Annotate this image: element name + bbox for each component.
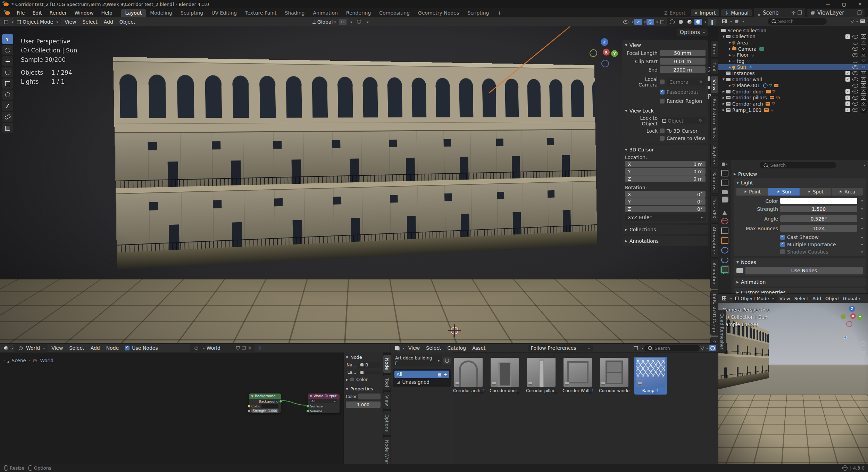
outliner-row[interactable]: ▼Collection✓	[718, 34, 868, 40]
outliner-filter-mode-button[interactable]	[733, 18, 740, 24]
hide-eye-toggle[interactable]	[852, 96, 858, 100]
shader-type-dropdown[interactable]: World▾	[14, 344, 48, 352]
asset-card[interactable]: Corridor window ...	[598, 357, 631, 395]
outliner-row[interactable]: ▶▽Plane.001▽	[718, 82, 868, 89]
sidebar-tab[interactable]: Atmosphere	[710, 223, 718, 258]
sun-lamp-gizmo[interactable]	[838, 331, 851, 343]
menu-item[interactable]: Node	[103, 345, 122, 351]
output-target-dropdown[interactable]: All▾	[310, 399, 337, 403]
sidebar-tab[interactable]: Item	[710, 40, 718, 58]
menu-item[interactable]: Add	[87, 345, 103, 351]
light-type-button[interactable]: ☀Point	[736, 188, 768, 196]
gizmo-x-neg-axis[interactable]	[846, 321, 852, 327]
asset-card[interactable]: Corridor Wall_1	[561, 357, 594, 395]
menu-item[interactable]: Select	[423, 345, 444, 351]
cursor-location-field[interactable]: Y0 m	[625, 168, 706, 175]
tab-view-layer[interactable]	[722, 197, 728, 202]
add-cube-tool[interactable]	[2, 123, 13, 133]
render-visibility-toggle[interactable]	[861, 90, 866, 94]
snap-toggle[interactable]: ∪	[339, 19, 347, 25]
render-region-checkbox[interactable]	[660, 99, 665, 103]
view-lock-header[interactable]: ▼View Lock	[625, 108, 706, 114]
use-nodes-checkbox[interactable]	[125, 346, 130, 350]
manual-button[interactable]: ↓Manual	[721, 9, 752, 16]
node-color-field[interactable]	[261, 404, 278, 408]
transform-orientation-dropdown[interactable]: Global▾	[843, 296, 860, 301]
viewlayer-selector[interactable]: ViewLayer❐	[807, 9, 865, 17]
rotation-order-dropdown[interactable]: XYZ Euler▾	[625, 214, 706, 221]
gizmo-z-neg-axis[interactable]	[601, 60, 609, 67]
new-collection-button[interactable]	[859, 18, 866, 24]
tab-object[interactable]	[721, 237, 728, 244]
hide-eye-toggle[interactable]	[852, 53, 858, 57]
sidebar-tab[interactable]: Options	[383, 411, 391, 435]
editor-type-button[interactable]	[393, 345, 401, 351]
strength-socket[interactable]	[248, 409, 251, 413]
add-icon[interactable]: +	[443, 372, 447, 377]
node-properties-header[interactable]: ▼Properties	[346, 386, 381, 391]
menu-item[interactable]: Object	[116, 19, 139, 25]
cursor-tool[interactable]	[2, 45, 13, 55]
sidebar-tab[interactable]: Node	[383, 355, 391, 373]
light-color-field[interactable]	[780, 198, 857, 204]
outliner-row[interactable]: ▶▽fog▽	[718, 58, 868, 64]
hide-eye-toggle[interactable]	[852, 77, 858, 81]
sidebar-tab[interactable]: Quad Remesher	[718, 310, 726, 353]
world-output-node[interactable]: ▼World Output All▾ Surface Volume	[308, 394, 340, 413]
overlays-toggle[interactable]	[646, 19, 654, 25]
gizmo-y-neg-axis[interactable]	[841, 314, 846, 319]
mode-dropdown[interactable]: Object Mode▾	[733, 295, 777, 302]
tab-physics[interactable]	[721, 257, 728, 263]
menu-item[interactable]: Window	[70, 10, 97, 16]
light-type-button[interactable]: ☀Sun	[768, 188, 799, 196]
outliner-row[interactable]: ▶▽Floor▽	[718, 52, 868, 58]
workspace-tab[interactable]: Layout	[121, 9, 146, 17]
render-visibility-toggle[interactable]	[861, 41, 866, 45]
outliner-search-input[interactable]: Search	[768, 18, 827, 25]
workspace-tab[interactable]: Compositing	[375, 9, 414, 17]
sidebar-tab[interactable]: View	[710, 76, 718, 94]
hide-eye-toggle[interactable]	[852, 41, 858, 45]
outliner-display-mode-button[interactable]	[720, 18, 728, 24]
pan-icon[interactable]	[861, 351, 865, 355]
cursor-location-field[interactable]: X0 m	[625, 161, 706, 167]
gizmo-z-axis[interactable]: Z	[601, 38, 608, 46]
hide-eye-toggle[interactable]	[852, 84, 858, 88]
gizmos-toggle[interactable]: ↗	[634, 19, 642, 25]
render-visibility-toggle[interactable]	[861, 96, 866, 100]
import-button[interactable]: »Import	[691, 9, 719, 16]
outliner-row[interactable]: Scene Collection	[718, 27, 868, 34]
node-label-field[interactable]	[358, 371, 381, 374]
output-socket[interactable]	[279, 400, 282, 403]
hide-eye-toggle[interactable]	[852, 35, 858, 39]
sidebar-tab[interactable]: Brushstroke Tools	[710, 95, 718, 142]
hide-eye-toggle[interactable]	[852, 71, 858, 75]
workspace-tab[interactable]: Animation	[309, 9, 342, 17]
tab-world[interactable]	[721, 218, 728, 224]
editor-type-button[interactable]	[720, 295, 728, 301]
annotate-tool[interactable]	[2, 101, 13, 111]
cursor-rotation-field[interactable]: Y0°	[625, 198, 706, 205]
collection-checkbox[interactable]: ✓	[845, 34, 850, 39]
editor-type-button[interactable]	[2, 345, 10, 351]
asset-card[interactable]: Corridor pillar_1	[525, 357, 558, 395]
camera-viewport[interactable]: ▾ Object Mode▾ ViewSelectAddObject Globa…	[718, 293, 868, 464]
menu-item[interactable]: Select	[66, 345, 87, 351]
pin-icon[interactable]: ✛	[791, 10, 796, 16]
view-panel-header[interactable]: ▼View	[625, 42, 706, 48]
render-visibility-toggle[interactable]	[861, 59, 866, 63]
nodes-panel-header[interactable]: ▼Nodes	[736, 259, 863, 265]
tab-scene[interactable]	[723, 206, 727, 215]
light-type-button[interactable]: ☀Spot	[800, 188, 831, 196]
lock-3d-cursor-checkbox[interactable]	[660, 129, 665, 133]
tab-object-data[interactable]	[721, 266, 728, 273]
collection-checkbox[interactable]: ✓	[845, 71, 850, 75]
workspace-tab[interactable]: UV Editing	[207, 9, 241, 17]
preview-panel-header[interactable]: ▶Preview	[734, 171, 866, 177]
gizmo-x-axis[interactable]: X	[850, 313, 856, 319]
hide-eye-toggle[interactable]	[852, 65, 858, 69]
collection-checkbox[interactable]: ✓	[845, 77, 850, 82]
cursor-panel-header[interactable]: ▼3D Cursor	[625, 147, 706, 152]
hide-eye-toggle[interactable]	[852, 47, 858, 51]
clip-start-field[interactable]: 0.01 m	[660, 58, 706, 65]
